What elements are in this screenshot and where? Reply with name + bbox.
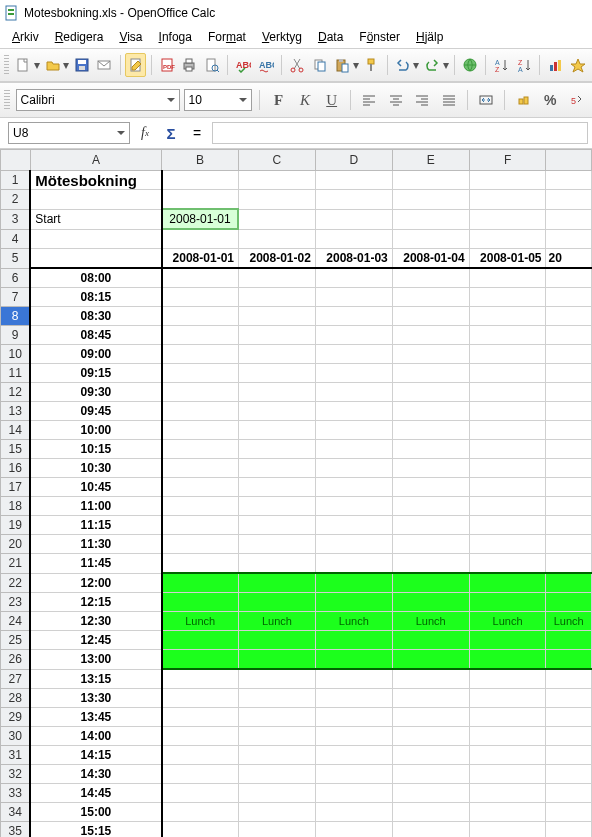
cell[interactable] <box>469 708 546 727</box>
function-wizard-button[interactable]: fx <box>134 122 156 144</box>
cell[interactable] <box>392 689 469 708</box>
cell[interactable]: Mötesbokning <box>30 171 161 190</box>
cell[interactable] <box>469 650 546 670</box>
cell[interactable] <box>315 288 392 307</box>
cell[interactable]: Lunch <box>546 612 592 631</box>
cell[interactable] <box>469 516 546 535</box>
row-header[interactable]: 19 <box>1 516 31 535</box>
row-header[interactable]: 22 <box>1 573 31 593</box>
cell[interactable]: 12:15 <box>30 593 161 612</box>
row-header[interactable]: 2 <box>1 190 31 210</box>
cell[interactable] <box>392 554 469 574</box>
cell[interactable] <box>469 746 546 765</box>
column-header[interactable]: E <box>392 150 469 171</box>
cell[interactable] <box>546 478 592 497</box>
cell[interactable]: 11:45 <box>30 554 161 574</box>
cell[interactable] <box>162 383 239 402</box>
row-header[interactable]: 24 <box>1 612 31 631</box>
cell[interactable] <box>392 421 469 440</box>
cell[interactable] <box>392 746 469 765</box>
new-dropdown[interactable]: ▾ <box>34 54 41 76</box>
format-brush-icon[interactable] <box>361 53 382 77</box>
cell[interactable] <box>315 307 392 326</box>
cell[interactable] <box>392 326 469 345</box>
cell[interactable] <box>392 669 469 689</box>
cell[interactable] <box>392 209 469 229</box>
cell[interactable]: 12:45 <box>30 631 161 650</box>
row-header[interactable]: 32 <box>1 765 31 784</box>
paste-icon[interactable] <box>332 53 353 77</box>
cell[interactable] <box>162 478 239 497</box>
cell[interactable] <box>162 421 239 440</box>
cell[interactable] <box>469 268 546 288</box>
cell[interactable]: Lunch <box>392 612 469 631</box>
row-header[interactable]: 20 <box>1 535 31 554</box>
cell[interactable] <box>392 364 469 383</box>
cell[interactable] <box>392 229 469 249</box>
cell[interactable] <box>546 803 592 822</box>
cell[interactable] <box>315 421 392 440</box>
cell[interactable] <box>238 727 315 746</box>
cell[interactable] <box>162 746 239 765</box>
cell[interactable] <box>315 497 392 516</box>
row-header[interactable]: 30 <box>1 727 31 746</box>
cell[interactable] <box>315 478 392 497</box>
row-header[interactable]: 21 <box>1 554 31 574</box>
cell[interactable]: 12:30 <box>30 612 161 631</box>
cell[interactable] <box>469 784 546 803</box>
column-header[interactable]: D <box>315 150 392 171</box>
cell[interactable] <box>546 708 592 727</box>
cell[interactable]: 09:15 <box>30 364 161 383</box>
redo-dropdown[interactable]: ▾ <box>442 54 449 76</box>
cell[interactable] <box>392 288 469 307</box>
cell[interactable] <box>546 535 592 554</box>
cell[interactable] <box>238 554 315 574</box>
cell[interactable]: 10:45 <box>30 478 161 497</box>
cell[interactable] <box>162 650 239 670</box>
cell[interactable] <box>392 478 469 497</box>
sort-desc-icon[interactable]: ZA <box>514 53 535 77</box>
cell[interactable] <box>162 307 239 326</box>
underline-button[interactable]: U <box>320 88 343 112</box>
cell[interactable] <box>315 516 392 535</box>
cell[interactable] <box>315 402 392 421</box>
cut-icon[interactable] <box>287 53 308 77</box>
cell[interactable] <box>315 440 392 459</box>
column-header[interactable]: C <box>238 150 315 171</box>
menu-fönster[interactable]: Fönster <box>351 28 408 46</box>
cell[interactable] <box>162 268 239 288</box>
cell[interactable] <box>162 535 239 554</box>
cell[interactable]: 08:45 <box>30 326 161 345</box>
align-right-icon[interactable] <box>411 88 434 112</box>
cell[interactable] <box>315 822 392 838</box>
cell[interactable] <box>546 190 592 210</box>
cell[interactable] <box>238 364 315 383</box>
cell[interactable] <box>238 669 315 689</box>
row-header[interactable]: 8 <box>1 307 31 326</box>
cell[interactable] <box>315 631 392 650</box>
cell[interactable]: 14:45 <box>30 784 161 803</box>
row-header[interactable]: 12 <box>1 383 31 402</box>
redo-icon[interactable] <box>422 53 443 77</box>
print-icon[interactable] <box>179 53 200 77</box>
cell[interactable]: 14:30 <box>30 765 161 784</box>
link-icon[interactable] <box>460 53 481 77</box>
cell[interactable] <box>546 345 592 364</box>
font-size-combo[interactable]: 10 <box>184 89 253 111</box>
row-header[interactable]: 26 <box>1 650 31 670</box>
row-header[interactable]: 29 <box>1 708 31 727</box>
column-header[interactable] <box>546 150 592 171</box>
column-header[interactable]: B <box>162 150 239 171</box>
number-format-icon[interactable]: 5 <box>565 88 588 112</box>
cell[interactable] <box>162 631 239 650</box>
cell[interactable]: 2008-01-01 <box>162 249 239 269</box>
cell[interactable] <box>469 822 546 838</box>
cell[interactable] <box>238 478 315 497</box>
cell[interactable] <box>238 209 315 229</box>
toolbar-grip[interactable] <box>4 55 9 75</box>
italic-button[interactable]: K <box>294 88 317 112</box>
column-header[interactable]: A <box>30 150 161 171</box>
copy-icon[interactable] <box>309 53 330 77</box>
cell[interactable] <box>546 402 592 421</box>
cell[interactable]: 11:15 <box>30 516 161 535</box>
